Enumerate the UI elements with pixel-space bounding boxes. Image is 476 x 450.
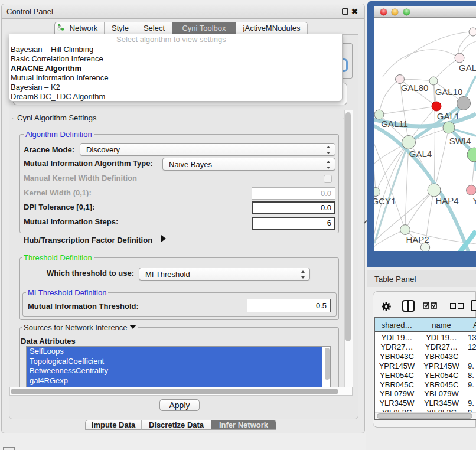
svg-text:GAL2: GAL2	[459, 63, 476, 73]
svg-text:GAL10: GAL10	[435, 87, 463, 97]
svg-text:HAP4: HAP4	[435, 195, 458, 206]
svg-text:GAL80: GAL80	[401, 83, 429, 93]
svg-text:GAL1: GAL1	[437, 111, 459, 121]
svg-text:GAL4: GAL4	[409, 149, 432, 159]
svg-text:SWI4: SWI4	[449, 136, 471, 146]
svg-text:GCY1: GCY1	[374, 196, 396, 206]
svg-text:HAP2: HAP2	[406, 234, 429, 244]
svg-text:Y: Y	[472, 195, 476, 206]
svg-text:GAL11: GAL11	[381, 119, 408, 129]
